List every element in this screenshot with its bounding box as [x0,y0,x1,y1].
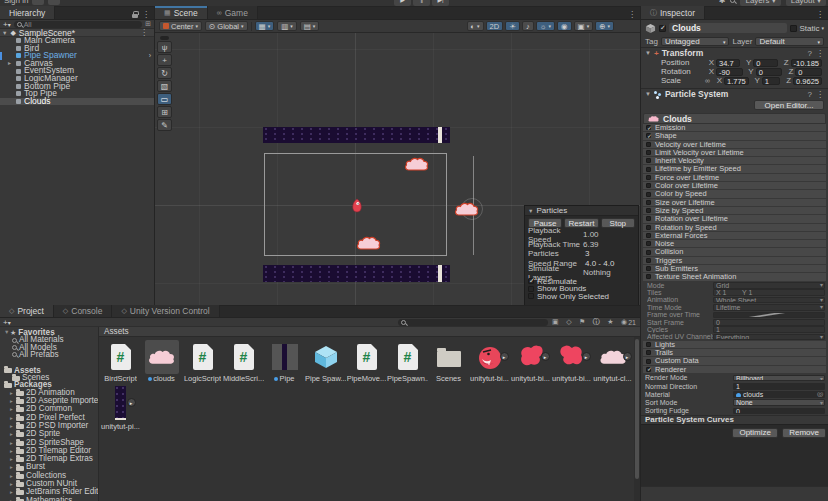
particle-module-row[interactable]: Lights [643,341,826,348]
asset-item[interactable]: # [551,340,592,383]
stop-button[interactable]: Stop [601,218,635,228]
asset-thumbnail[interactable]: # [350,340,384,374]
module-checkbox[interactable] [646,233,651,238]
field-value[interactable]: clouds [733,391,825,398]
asset-item[interactable]: # [100,340,141,383]
module-checkbox[interactable] [646,200,651,205]
checkbox[interactable] [528,278,534,284]
particle-module-row[interactable]: Noise [643,240,826,247]
asset-item[interactable]: ▸ unitytut-pi... [100,384,141,431]
tab-game[interactable]: ∞ Game [208,6,258,19]
assets-scrollbar[interactable] [634,337,640,501]
favorites-item[interactable]: All Prefabs [0,351,98,358]
particle-module-row[interactable]: Trails [643,349,826,356]
particle-module-row[interactable]: Limit Velocity over Lifetime [643,149,826,156]
asset-item[interactable]: # [182,340,223,383]
hierarchy-item[interactable]: ▸ Clouds › [0,98,154,106]
module-checkbox[interactable] [646,216,651,221]
expander-icon[interactable]: ▸ [10,389,14,397]
lock-icon[interactable] [132,14,138,18]
asset-thumbnail[interactable]: ▸ [104,384,138,422]
particle-module-row[interactable]: Collision [643,248,826,255]
asset-item[interactable]: # [469,340,510,383]
tool-handle-rotation-dropdown[interactable]: ⊙ Global▾ [205,21,248,31]
expander-icon[interactable]: ▸ [10,405,14,413]
draw-mode-dropdown[interactable]: ◐▾ [467,21,484,31]
expand-sub-assets-icon[interactable]: ▸ [623,352,632,361]
field-value[interactable]: Nothing [583,268,611,277]
expand-sub-assets-icon[interactable]: ▸ [500,352,509,361]
tab-inspector[interactable]: ⓘ Inspector [641,6,705,19]
particle-module-row[interactable]: Rotation over Lifetime [643,215,826,222]
layout-dropdown[interactable]: Layout ▾ [786,0,826,6]
move-tool-button[interactable]: + [157,54,172,66]
layer-dropdown[interactable]: Default▾ [755,37,824,46]
search-icon[interactable] [730,0,735,3]
particle-module-row[interactable]: Sub Emitters [643,265,826,272]
field-value[interactable]: Billboard [733,375,825,382]
project-tab[interactable]: ◇ Console [54,305,113,317]
bird-sprite[interactable] [352,198,362,214]
account-icon[interactable] [48,0,60,5]
asset-thumbnail[interactable]: # [309,340,343,374]
custom-editor-tool-button[interactable]: ✎ [157,119,172,131]
static-toggle[interactable]: Static ▾ [790,24,824,33]
field-value[interactable]: 0 [713,319,825,326]
foldout-icon[interactable]: ▼ [645,91,651,97]
particle-module-row[interactable]: Renderer [643,366,826,373]
z-value-field[interactable]: 0.9625 [793,77,822,85]
expand-sub-assets-icon[interactable]: ▸ [127,398,136,407]
hierarchy-menu-icon[interactable]: ⋮ [142,10,150,19]
remove-button[interactable]: Remove [782,428,826,438]
create-button[interactable]: +▾ [3,20,11,29]
module-checkbox[interactable] [646,133,651,138]
expander-icon[interactable]: ▸ [8,60,11,68]
play-control-button[interactable]: ∥ [413,0,430,6]
particle-module-row[interactable]: Color by Speed [643,190,826,197]
expander-icon[interactable]: ▸ [10,463,14,471]
top-pipe-sprite[interactable] [263,127,450,143]
module-checkbox[interactable] [646,225,651,230]
scene-viewport[interactable]: ψ + ↻ ▧ ▭ ⊞ ✎ ▼ Particles Pause Restart … [155,33,640,305]
field-value[interactable]: None [733,399,825,406]
open-prefab-chevron-icon[interactable]: › [149,52,151,60]
module-checkbox[interactable] [646,142,651,147]
snap-move-toggle[interactable]: ▥▾ [277,21,297,31]
tab-scene[interactable]: ▦ Scene [155,6,208,19]
particle-module-row[interactable]: Emission [643,124,826,131]
search-by-type-icon[interactable]: ▣ [552,318,559,326]
x-value-field[interactable]: 1.775 [724,77,749,85]
module-checkbox[interactable] [646,359,651,364]
bottom-pipe-sprite[interactable] [263,265,450,282]
2d-toggle[interactable]: 2D [486,21,504,31]
rect-tool-button[interactable]: ▭ [157,93,172,105]
scene-menu-icon[interactable]: ⋮ [136,28,152,37]
foldout-icon[interactable]: ▼ [2,30,7,36]
expander-icon[interactable]: ▸ [10,447,14,455]
collapse-icon[interactable]: ▼ [528,208,533,214]
effects-toggle[interactable]: ☼▾ [536,21,555,31]
project-search-input[interactable] [398,319,548,326]
particle-module-row[interactable]: External Forces [643,232,826,239]
snap-increment-toggle[interactable]: ▤▾ [300,21,320,31]
checkbox[interactable] [528,286,534,292]
module-checkbox[interactable] [646,258,651,263]
asset-thumbnail[interactable]: # [514,340,548,374]
asset-item[interactable]: # [223,340,264,383]
asset-thumbnail[interactable]: # [473,340,507,374]
particle-module-row[interactable]: Force over Lifetime [643,174,826,181]
foldout-icon[interactable]: ▼ [645,50,651,56]
module-checkbox[interactable] [646,367,651,372]
search-filter-icon[interactable]: ⊞ [145,20,151,28]
expander-icon[interactable]: ▸ [10,439,14,447]
help-icon[interactable]: ? [808,90,812,99]
expander-icon[interactable]: ▸ [10,414,14,422]
active-checkbox[interactable] [659,25,666,32]
z-value-field[interactable]: -10.185 [791,59,822,67]
checkbox[interactable] [528,293,534,299]
project-tab[interactable]: ◇ Unity Version Control [112,305,219,317]
asset-thumbnail[interactable]: # [596,340,630,374]
particle-module-row[interactable]: Size by Speed [643,207,826,214]
x-value-field[interactable]: -90 [716,68,743,76]
module-checkbox[interactable] [646,266,651,271]
